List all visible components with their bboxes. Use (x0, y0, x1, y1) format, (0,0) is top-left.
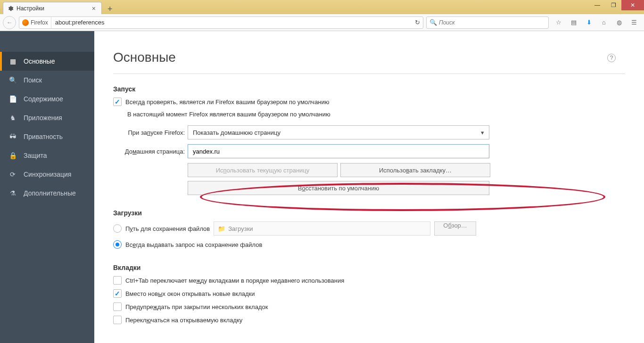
homepage-label: Домашняя страница: (113, 148, 188, 155)
downloads-icon[interactable]: ⬇ (585, 19, 593, 26)
sidebar-item-privacy[interactable]: 🕶 Приватность (0, 127, 94, 146)
always-check-default-checkbox[interactable] (113, 98, 122, 106)
sidebar-item-label: Поиск (24, 76, 42, 84)
use-current-page-button[interactable]: Использовать текущую страницу (188, 163, 338, 177)
restore-default-button[interactable]: Восстановить по умолчанию (188, 181, 489, 195)
help-button[interactable]: ? (607, 54, 616, 62)
divider (113, 74, 625, 74)
page-title: Основные (113, 50, 625, 65)
folder-icon: 📁 (218, 225, 225, 232)
sidebar-item-sync[interactable]: ⟳ Синхронизация (0, 165, 94, 184)
sidebar-item-label: Основные (24, 57, 55, 65)
sidebar-item-label: Дополнительные (24, 189, 76, 197)
always-ask-label: Всегда выдавать запрос на сохранение фай… (125, 241, 262, 248)
globe-icon[interactable]: ◍ (615, 19, 623, 26)
default-browser-status: В настоящий момент Firefox является ваши… (127, 111, 625, 118)
new-windows-label: Вместо новых окон открывать новые вкладк… (125, 290, 255, 297)
preferences-main: ? Основные Запуск Всегда проверять, явля… (94, 31, 644, 343)
lock-icon: 🔒 (8, 152, 17, 159)
switch-new-label: Переключаться на открываемую вкладку (125, 317, 242, 324)
back-button[interactable]: ← (3, 16, 16, 29)
always-check-label: Всегда проверять, является ли Firefox ва… (125, 98, 330, 106)
sync-icon: ⟳ (8, 171, 17, 178)
on-startup-select[interactable]: Показать домашнюю страницу (188, 125, 489, 139)
sidebar-item-security[interactable]: 🔒 Защита (0, 146, 94, 165)
reload-button[interactable]: ↻ (412, 19, 423, 26)
sidebar-item-label: Приложения (24, 114, 62, 122)
search-bar[interactable]: 🔍 (426, 16, 549, 29)
browse-button[interactable]: Обзор… (434, 221, 476, 236)
tab-title: Настройки (17, 5, 90, 12)
section-downloads-title: Загрузки (113, 209, 625, 217)
toolbar-buttons: ☆ ▤ ⬇ ⌂ ◍ ☰ (552, 19, 641, 26)
menu-icon[interactable]: ☰ (630, 19, 638, 26)
reader-icon[interactable]: ▤ (570, 19, 578, 26)
maximize-button[interactable]: ❐ (605, 0, 621, 10)
search-icon: 🔍 (429, 19, 437, 26)
warn-close-label: Предупреждать при закрытии нескольких вк… (125, 303, 268, 310)
warn-close-checkbox[interactable] (113, 302, 122, 311)
select-value: Показать домашнюю страницу (193, 129, 281, 136)
browser-tab[interactable]: Настройки × (3, 2, 102, 14)
use-bookmark-button[interactable]: Использовать закладку… (340, 163, 490, 177)
bookmark-star-icon[interactable]: ☆ (554, 19, 563, 26)
close-window-button[interactable]: ✕ (621, 0, 644, 10)
url-bar[interactable]: Firefox about:preferences ↻ (19, 16, 423, 29)
on-startup-label: При запуске Firefox: (113, 129, 188, 136)
window-controls: — ❐ ✕ (589, 0, 644, 10)
home-icon[interactable]: ⌂ (600, 19, 608, 26)
save-to-path-radio[interactable] (113, 224, 122, 233)
sidebar-item-general[interactable]: ▦ Основные (0, 52, 94, 71)
new-tab-button[interactable]: + (105, 4, 116, 14)
sidebar-item-label: Синхронизация (24, 171, 71, 178)
section-tabs-title: Вкладки (113, 264, 625, 271)
sidebar-item-label: Приватность (24, 133, 63, 140)
url-text: about:preferences (51, 19, 412, 26)
section-startup-title: Запуск (113, 85, 625, 93)
sidebar-item-applications[interactable]: ♞ Приложения (0, 108, 94, 127)
window-titlebar: Настройки × + — ❐ ✕ (0, 0, 644, 14)
panel-icon: ▦ (8, 57, 17, 65)
document-icon: 📄 (8, 95, 17, 103)
search-input[interactable] (439, 19, 545, 26)
switch-new-checkbox[interactable] (113, 316, 122, 324)
ctrl-tab-label: Ctrl+Tab переключает между вкладками в п… (125, 277, 344, 284)
identity-label: Firefox (31, 19, 48, 26)
firefox-icon (22, 19, 29, 26)
gear-icon (7, 5, 14, 12)
homepage-input[interactable] (188, 144, 489, 158)
site-identity[interactable]: Firefox (19, 17, 51, 28)
sidebar-item-advanced[interactable]: ⚗ Дополнительные (0, 184, 94, 203)
close-icon[interactable]: × (90, 5, 98, 12)
save-to-path-label: Путь для сохранения файлов (125, 225, 210, 232)
mask-icon: 🕶 (8, 133, 17, 140)
search-icon: 🔍 (8, 76, 17, 84)
sidebar-item-search[interactable]: 🔍 Поиск (0, 71, 94, 90)
sidebar-item-content[interactable]: 📄 Содержимое (0, 90, 94, 108)
nav-toolbar: ← Firefox about:preferences ↻ 🔍 ☆ ▤ ⬇ ⌂ … (0, 14, 644, 31)
flask-icon: ⚗ (8, 189, 17, 197)
sidebar-item-label: Защита (24, 152, 47, 159)
ctrl-tab-checkbox[interactable] (113, 276, 122, 285)
downloads-path-value: Загрузки (228, 225, 253, 232)
puzzle-icon: ♞ (8, 114, 17, 122)
new-windows-checkbox[interactable] (113, 289, 122, 298)
sidebar-item-label: Содержимое (24, 95, 63, 103)
downloads-path-field[interactable]: 📁 Загрузки (214, 221, 430, 236)
minimize-button[interactable]: — (589, 0, 605, 10)
preferences-sidebar: ▦ Основные 🔍 Поиск 📄 Содержимое ♞ Прилож… (0, 31, 94, 343)
always-ask-radio[interactable] (113, 240, 122, 249)
